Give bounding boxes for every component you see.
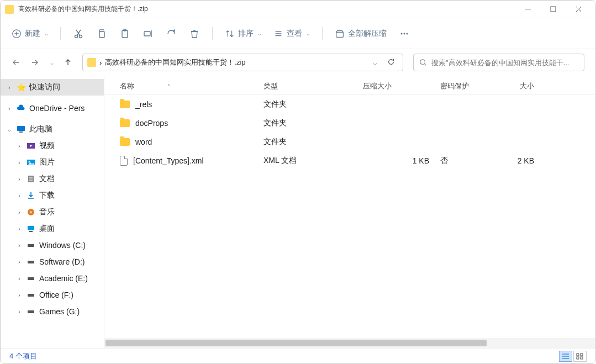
sidebar-item-drive-f[interactable]: › Office (F:): [1, 287, 104, 303]
svg-rect-30: [19, 131, 23, 133]
cut-button[interactable]: [73, 28, 84, 39]
sort-button[interactable]: 排序 ⌵: [225, 29, 261, 39]
delete-button[interactable]: [189, 28, 200, 39]
downloads-icon: [26, 191, 36, 201]
file-list-pane: 名称˄ 类型 压缩大小 密码保护 大小 _rels文件夹docProps文件夹w…: [104, 76, 595, 348]
svg-rect-1: [551, 7, 556, 12]
drive-icon: [26, 273, 36, 283]
sidebar-item-pictures[interactable]: › 图片: [1, 154, 104, 171]
search-box[interactable]: [413, 54, 584, 71]
chevron-down-icon: ⌵: [258, 30, 261, 36]
svg-point-33: [29, 161, 30, 163]
minimize-button[interactable]: [515, 1, 540, 18]
svg-point-27: [420, 60, 425, 65]
refresh-button[interactable]: [384, 58, 398, 67]
up-button[interactable]: [64, 58, 72, 67]
svg-rect-50: [577, 354, 579, 356]
chevron-right-icon: ›: [6, 105, 13, 112]
file-row[interactable]: word文件夹: [104, 133, 595, 151]
file-name: word: [135, 138, 152, 146]
icons-view-button[interactable]: [573, 351, 587, 362]
navigation-bar: ⌵ › 高效科研必备的中国知网实用技能干货！.zip ⌵: [1, 49, 595, 76]
column-header-type[interactable]: 类型: [263, 81, 363, 91]
sidebar-item-music[interactable]: › 音乐: [1, 204, 104, 220]
svg-point-7: [75, 35, 78, 38]
chevron-right-icon: ›: [16, 309, 23, 315]
new-label: 新建: [25, 29, 40, 39]
sidebar-item-documents[interactable]: › 文档: [1, 171, 104, 187]
more-button[interactable]: [399, 28, 410, 39]
document-icon: [120, 156, 128, 166]
sidebar-item-videos[interactable]: › 视频: [1, 138, 104, 154]
column-header-password[interactable]: 密码保护: [440, 81, 490, 91]
sidebar-item-this-pc[interactable]: ⌵ 此电脑: [1, 121, 104, 138]
svg-rect-12: [122, 30, 128, 38]
chevron-down-icon[interactable]: ⌵: [370, 59, 381, 67]
column-header-name[interactable]: 名称˄: [120, 81, 263, 91]
folder-icon: [120, 119, 130, 127]
chevron-right-icon: ›: [16, 259, 23, 265]
view-label: 查看: [287, 29, 302, 39]
separator: [322, 27, 323, 40]
column-header-size[interactable]: 大小: [490, 81, 534, 91]
toolbar: 新建 ⌵ 排序 ⌵ 查看 ⌵ 全部解压缩: [1, 18, 595, 49]
pictures-icon: [26, 157, 36, 167]
svg-point-39: [30, 212, 32, 213]
new-button[interactable]: 新建 ⌵: [12, 29, 48, 39]
extract-label: 全部解压缩: [348, 29, 387, 39]
sidebar-item-quick-access[interactable]: › ⭐ 快速访问: [1, 79, 104, 96]
sidebar-item-drive-e[interactable]: › Academic (E:): [1, 270, 104, 287]
search-input[interactable]: [431, 59, 578, 67]
videos-icon: [26, 141, 36, 151]
svg-line-28: [425, 64, 426, 66]
sidebar-item-onedrive[interactable]: › OneDrive - Pers: [1, 100, 104, 117]
horizontal-scrollbar[interactable]: [104, 338, 595, 348]
search-icon: [419, 59, 427, 66]
chevron-right-icon: ›: [16, 276, 23, 282]
address-bar[interactable]: › 高效科研必备的中国知网实用技能干货！.zip ⌵: [82, 54, 403, 71]
desktop-icon: [26, 224, 36, 234]
svg-point-8: [80, 35, 82, 38]
sort-label: 排序: [238, 29, 254, 39]
back-button[interactable]: [12, 58, 20, 67]
rename-button[interactable]: [143, 28, 154, 39]
chevron-right-icon: ›: [16, 292, 23, 298]
details-view-button[interactable]: [559, 351, 572, 362]
file-type: 文件夹: [263, 99, 363, 109]
scrollbar-thumb[interactable]: [106, 340, 487, 346]
file-row[interactable]: _rels文件夹: [104, 95, 595, 114]
column-header-compressed[interactable]: 压缩大小: [363, 81, 440, 91]
drive-icon: [26, 307, 36, 316]
svg-rect-29: [17, 126, 25, 131]
extract-all-button[interactable]: 全部解压缩: [335, 29, 387, 39]
maximize-button[interactable]: [540, 1, 566, 18]
separator: [60, 27, 61, 40]
sidebar-item-drive-g[interactable]: › Games (G:): [1, 303, 104, 320]
file-name: _rels: [135, 100, 152, 109]
file-row[interactable]: docProps文件夹: [104, 114, 595, 133]
drive-icon: [26, 290, 36, 300]
sidebar-item-downloads[interactable]: › 下载: [1, 187, 104, 204]
chevron-right-icon: ›: [16, 143, 23, 149]
view-button[interactable]: 查看 ⌵: [273, 29, 310, 39]
folder-icon: [120, 138, 130, 146]
forward-button[interactable]: [30, 58, 39, 67]
svg-rect-42: [28, 244, 34, 247]
close-button[interactable]: [566, 1, 591, 18]
sidebar-item-desktop[interactable]: › 桌面: [1, 220, 104, 237]
recent-locations-button[interactable]: ⌵: [49, 60, 54, 66]
file-compressed-size: 1 KB: [363, 156, 440, 165]
copy-button[interactable]: [96, 28, 107, 39]
chevron-down-icon: ⌵: [307, 30, 310, 36]
chevron-right-icon: ›: [16, 209, 23, 215]
share-button[interactable]: [166, 28, 177, 39]
folder-icon: [120, 101, 130, 108]
window-title: 高效科研必备的中国知网实用技能干货！.zip: [18, 4, 515, 14]
sidebar-item-drive-d[interactable]: › Software (D:): [1, 254, 104, 270]
sidebar-item-drive-c[interactable]: › Windows (C:): [1, 237, 104, 254]
separator: [212, 27, 213, 40]
file-row[interactable]: [Content_Types].xmlXML 文档1 KB否2 KB: [104, 151, 595, 170]
chevron-right-icon: ›: [6, 85, 13, 91]
paste-button[interactable]: [119, 28, 130, 39]
svg-point-24: [401, 33, 403, 34]
